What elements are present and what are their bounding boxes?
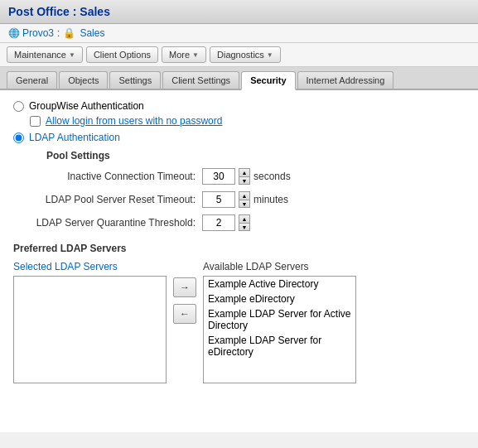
selected-ldap-col: Selected LDAP Servers [13,261,167,383]
tab-security[interactable]: Security [241,71,295,90]
ldap-quarantine-row: LDAP Server Quarantine Threshold: ▲ ▼ [30,214,465,231]
allow-no-password-row: Allow login from users with no password [30,115,465,127]
preferred-ldap-title: Preferred LDAP Servers [13,243,465,254]
groupwise-auth-label: GroupWise Authentication [29,100,144,112]
tab-internet-addressing[interactable]: Internet Addressing [297,71,394,89]
ldap-arrow-left-button[interactable]: ← [173,304,196,324]
ldap-quarantine-down[interactable]: ▼ [239,223,250,231]
breadcrumb-sales-label: Sales [80,27,104,39]
ldap-arrow-buttons: → ← [173,261,196,324]
available-ldap-col: Available LDAP Servers Example Active Di… [203,261,356,383]
inactive-timeout-unit: seconds [253,171,291,182]
ldap-auth-label: LDAP Authentication [29,132,120,143]
inactive-timeout-up[interactable]: ▲ [239,168,250,176]
ldap-reset-timeout-label: LDAP Pool Server Reset Timeout: [30,194,196,205]
selected-ldap-label: Selected LDAP Servers [13,261,167,272]
maintenance-dropdown-arrow: ▼ [69,51,75,59]
pool-settings-section: Pool Settings Inactive Connection Timeou… [30,150,465,231]
tab-general[interactable]: General [7,71,57,89]
ldap-quarantine-up[interactable]: ▲ [239,214,250,223]
groupwise-auth-row: GroupWise Authentication [13,100,465,112]
ldap-quarantine-input[interactable] [202,214,235,231]
lock-icon: 🔒 [63,27,75,39]
ldap-reset-timeout-unit: minutes [253,194,288,205]
title-bar: Post Office : Sales [0,0,478,24]
title-text: Post Office : Sales [8,5,110,18]
list-item[interactable]: Example eDirectory [204,291,355,306]
tab-objects[interactable]: Objects [59,71,108,89]
tab-settings[interactable]: Settings [109,71,161,89]
list-item[interactable]: Example LDAP Server for eDirectory [204,333,355,359]
client-options-label: Client Options [94,50,151,60]
diagnostics-dropdown-arrow: ▼ [267,51,273,59]
ldap-auth-radio[interactable] [13,132,24,143]
breadcrumb-provo3-label: Provo3 [22,27,54,39]
breadcrumb-sales[interactable]: 🔒 Sales [63,27,104,39]
inactive-timeout-down[interactable]: ▼ [239,176,250,185]
list-item[interactable]: Example LDAP Server for Active Directory [204,306,355,333]
diagnostics-button[interactable]: Diagnostics ▼ [210,46,281,63]
allow-no-password-checkbox[interactable] [30,116,41,127]
tab-client-settings[interactable]: Client Settings [162,71,239,89]
ldap-quarantine-label: LDAP Server Quarantine Threshold: [30,217,196,229]
ldap-reset-timeout-row: LDAP Pool Server Reset Timeout: ▲ ▼ minu… [30,191,465,208]
inactive-timeout-input[interactable] [202,168,235,185]
ldap-reset-timeout-spinner: ▲ ▼ minutes [202,191,288,208]
ldap-reset-timeout-arrows: ▲ ▼ [239,191,250,208]
ldap-reset-timeout-up[interactable]: ▲ [239,191,250,200]
preferred-ldap-section: Preferred LDAP Servers Selected LDAP Ser… [13,243,465,383]
ldap-reset-timeout-down[interactable]: ▼ [239,200,250,208]
ldap-quarantine-spinner: ▲ ▼ [202,214,250,231]
client-options-button[interactable]: Client Options [86,46,158,63]
ldap-reset-timeout-input[interactable] [202,191,235,208]
tabs-bar: General Objects Settings Client Settings… [0,67,478,90]
list-item[interactable]: Example Active Directory [204,277,355,291]
ldap-arrow-right-button[interactable]: → [173,277,196,297]
breadcrumb-provo3[interactable]: Provo3 [8,27,54,39]
ldap-quarantine-arrows: ▲ ▼ [239,214,250,231]
inactive-timeout-row: Inactive Connection Timeout: ▲ ▼ seconds [30,168,465,185]
main-content: GroupWise Authentication Allow login fro… [0,90,478,432]
groupwise-auth-radio[interactable] [13,101,24,112]
allow-no-password-label[interactable]: Allow login from users with no password [46,115,222,127]
more-label: More [169,50,190,60]
ldap-auth-row: LDAP Authentication [13,132,465,143]
breadcrumb-bar: Provo3 : 🔒 Sales [0,24,478,43]
breadcrumb-separator: : [57,27,60,39]
available-ldap-listbox[interactable]: Example Active DirectoryExample eDirecto… [203,276,356,383]
inactive-timeout-arrows: ▲ ▼ [239,168,250,185]
maintenance-label: Maintenance [14,50,66,60]
available-ldap-label: Available LDAP Servers [203,261,356,272]
more-button[interactable]: More ▼ [162,46,206,63]
ldap-columns: Selected LDAP Servers → ← Available LDAP… [13,261,465,383]
inactive-timeout-spinner: ▲ ▼ seconds [202,168,291,185]
pool-settings-title: Pool Settings [46,150,465,161]
inactive-timeout-label: Inactive Connection Timeout: [30,171,196,182]
auth-section: GroupWise Authentication Allow login fro… [13,100,465,143]
maintenance-button[interactable]: Maintenance ▼ [7,46,83,63]
more-dropdown-arrow: ▼ [192,51,199,59]
diagnostics-label: Diagnostics [217,50,264,60]
toolbar: Maintenance ▼ Client Options More ▼ Diag… [0,43,478,67]
globe-icon [8,27,20,39]
selected-ldap-listbox[interactable] [13,276,167,383]
